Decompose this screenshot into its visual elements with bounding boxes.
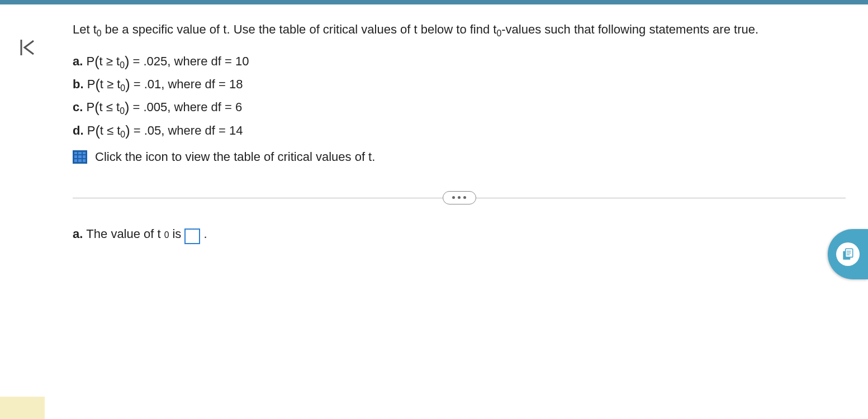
inequality: t ≥ t [99, 54, 120, 68]
prob-p: P [86, 100, 94, 114]
answer-text: The value of t [86, 225, 160, 244]
collapse-sidebar-button[interactable] [16, 35, 40, 60]
paren-close: ) [125, 74, 130, 96]
ellipsis-dot-icon [458, 196, 461, 199]
left-highlight-strip [0, 397, 45, 419]
table-link-row: Click the icon to view the table of crit… [73, 147, 846, 166]
part-label: a. [73, 54, 83, 68]
part-b: b. P(t ≥ t0) = .01, where df = 18 [73, 74, 846, 96]
sub: 0 [120, 60, 125, 70]
collapse-arrow-icon [18, 37, 38, 58]
prob-p: P [87, 123, 96, 137]
part-d: d. P(t ≤ t0) = .05, where df = 14 [73, 120, 846, 142]
content-wrapper: Let t0 be a specific value of t. Use the… [0, 4, 868, 419]
sub: 0 [120, 130, 125, 139]
ellipsis-dot-icon [463, 196, 466, 199]
main-column: Let t0 be a specific value of t. Use the… [56, 4, 868, 419]
tail: = .025, where df = 10 [129, 54, 249, 68]
inequality: t ≤ t [99, 100, 120, 114]
sub: 0 [120, 107, 125, 116]
paren-open: ( [95, 74, 99, 96]
problem-parts-list: a. P(t ≥ t0) = .025, where df = 10 b. P(… [73, 51, 846, 142]
part-a: a. P(t ≥ t0) = .025, where df = 10 [73, 51, 846, 73]
answer-text: is [172, 225, 181, 244]
top-accent-bar [0, 0, 868, 4]
part-label: b. [73, 77, 84, 91]
intro-sub1: 0 [97, 28, 102, 38]
intro-text: -values such that following statements a… [501, 22, 758, 36]
answer-row-a: a. The value of t0 is . [73, 225, 846, 244]
ellipsis-dot-icon [452, 196, 455, 199]
paren-close: ) [125, 120, 130, 142]
part-label: d. [73, 123, 84, 137]
inequality: t ≤ t [100, 123, 121, 137]
table-icon[interactable] [73, 150, 87, 164]
intro-text: Let t [73, 22, 97, 36]
tail: = .01, where df = 18 [130, 77, 243, 91]
intro-sub2: 0 [496, 28, 501, 38]
problem-intro: Let t0 be a specific value of t. Use the… [73, 20, 846, 41]
paren-open: ( [95, 120, 99, 142]
part-label: c. [73, 100, 83, 114]
page-stack-icon [841, 247, 855, 261]
left-column [0, 4, 56, 419]
intro-text: be a specific value of t. Use the table … [102, 22, 497, 36]
tail: = .05, where df = 14 [130, 123, 243, 137]
expand-more-button[interactable] [443, 191, 476, 204]
tail: = .005, where df = 6 [129, 100, 242, 114]
inequality: t ≥ t [100, 77, 121, 91]
paren-open: ( [94, 51, 99, 73]
paren-open: ( [94, 97, 99, 118]
section-divider [73, 191, 846, 204]
answer-input-a[interactable] [184, 228, 200, 244]
prob-p: P [86, 54, 94, 68]
answer-sub: 0 [164, 228, 169, 242]
answer-period: . [203, 225, 207, 244]
table-link-text[interactable]: Click the icon to view the table of crit… [95, 147, 375, 166]
part-c: c. P(t ≤ t0) = .005, where df = 6 [73, 97, 846, 118]
answer-label: a. [73, 225, 83, 244]
help-tab-circle [836, 242, 860, 266]
prob-p: P [87, 77, 96, 91]
sub: 0 [120, 84, 125, 93]
